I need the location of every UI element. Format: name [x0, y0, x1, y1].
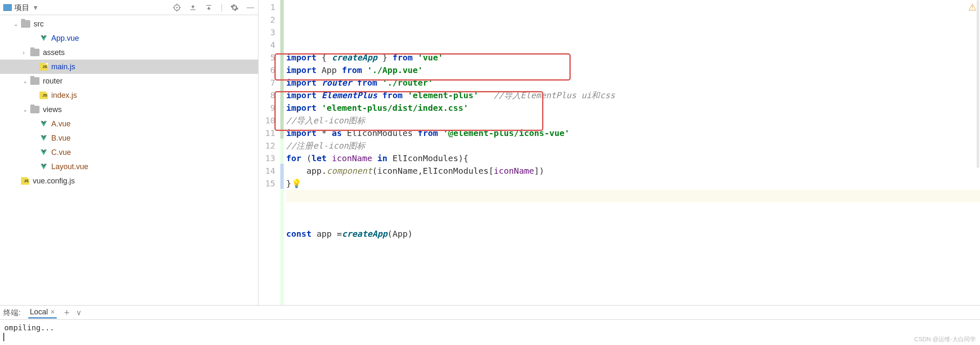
- vue-icon: [40, 163, 48, 170]
- project-title: 项目: [14, 3, 29, 13]
- folder-icon: [21, 20, 30, 28]
- vue-icon: [40, 134, 48, 142]
- tree-item-vue-config-js[interactable]: ·JSvue.config.js: [0, 174, 258, 188]
- tree-item-app-vue[interactable]: ·App.vue: [0, 31, 258, 45]
- tree-item-a-vue[interactable]: ·A.vue: [0, 117, 258, 131]
- tree-item-b-vue[interactable]: ·B.vue: [0, 131, 258, 145]
- code-line-8[interactable]: //注册el-icon图标: [286, 139, 980, 152]
- svg-point-1: [177, 7, 177, 8]
- line-gutter: 123456789101112131415: [258, 0, 280, 305]
- file-tree: ⌄src·App.vue›assets·JSmain.js⌄router·JSi…: [0, 15, 258, 305]
- chevron-down-icon: ▾: [34, 3, 37, 12]
- terminal-tab-label: Local: [30, 308, 48, 316]
- watermark: CSDN @运维-大白同学: [914, 336, 976, 343]
- tree-label: main.js: [51, 63, 75, 71]
- code-line-1[interactable]: import { createApp } from 'vue': [286, 51, 980, 64]
- tree-item-views[interactable]: ⌄views: [0, 102, 258, 117]
- tree-label: views: [43, 105, 62, 114]
- close-icon[interactable]: ×: [50, 308, 55, 316]
- hide-icon[interactable]: —: [246, 3, 255, 12]
- tree-label: B.vue: [51, 134, 71, 143]
- tree-label: vue.config.js: [33, 177, 75, 186]
- terminal-panel: 终端: Local × + ∨ ompiling...: [0, 305, 980, 345]
- code-editor[interactable]: 123456789101112131415 import { createApp…: [258, 0, 980, 305]
- expand-icon[interactable]: [189, 3, 197, 12]
- vue-icon: [40, 34, 48, 42]
- code-line-12[interactable]: [286, 190, 980, 202]
- js-icon: JS: [40, 63, 48, 71]
- add-terminal-button[interactable]: +: [64, 307, 70, 318]
- code-line-13[interactable]: [286, 202, 980, 215]
- code-line-2[interactable]: import App from './App.vue': [286, 64, 980, 76]
- chevron-down-icon[interactable]: ⌄: [23, 78, 30, 84]
- code-content[interactable]: import { createApp } from 'vue'import Ap…: [284, 0, 980, 305]
- folder-icon: [30, 49, 40, 56]
- tree-label: assets: [43, 48, 65, 57]
- code-line-14[interactable]: [286, 215, 980, 227]
- scrollbar[interactable]: [977, 0, 979, 168]
- tree-label: Layout.vue: [51, 162, 88, 171]
- chevron-down-icon[interactable]: ∨: [76, 308, 82, 317]
- tree-label: C.vue: [51, 148, 71, 157]
- project-selector[interactable]: 项目 ▾: [3, 3, 37, 13]
- terminal-tab-local[interactable]: Local ×: [28, 307, 57, 319]
- tree-item-index-js[interactable]: ·JSindex.js: [0, 88, 258, 102]
- collapse-icon[interactable]: [205, 3, 213, 12]
- code-line-11[interactable]: }💡: [286, 177, 980, 190]
- folder-icon: [30, 106, 40, 113]
- code-line-4[interactable]: import ElementPlus from 'element-plus' /…: [286, 89, 980, 102]
- warning-icon[interactable]: ⚠: [968, 2, 977, 13]
- tree-item-assets[interactable]: ›assets: [0, 45, 258, 60]
- gear-icon[interactable]: [230, 3, 239, 12]
- code-line-10[interactable]: app.component(iconName,ElIconModules[ico…: [286, 165, 980, 177]
- chevron-right-icon[interactable]: ›: [23, 49, 30, 56]
- tree-item-router[interactable]: ⌄router: [0, 74, 258, 88]
- code-line-15[interactable]: const app =createApp(App): [286, 227, 980, 240]
- code-line-7[interactable]: import * as ElIconModules from '@element…: [286, 127, 980, 139]
- tree-item-src[interactable]: ⌄src: [0, 17, 258, 31]
- code-line-9[interactable]: for (let iconName in ElIconModules){: [286, 152, 980, 165]
- tree-label: App.vue: [51, 34, 79, 43]
- terminal-tabs: 终端: Local × + ∨: [0, 306, 980, 320]
- tree-label: A.vue: [51, 120, 71, 128]
- js-icon: JS: [40, 91, 48, 99]
- chevron-down-icon[interactable]: ⌄: [13, 21, 21, 27]
- terminal-title: 终端:: [3, 308, 21, 318]
- tree-item-layout-vue[interactable]: ·Layout.vue: [0, 159, 258, 174]
- tree-item-c-vue[interactable]: ·C.vue: [0, 145, 258, 159]
- change-strip: [280, 0, 284, 305]
- code-line-5[interactable]: import 'element-plus/dist/index.css': [286, 102, 980, 114]
- tree-label: src: [34, 20, 44, 29]
- terminal-output[interactable]: ompiling...: [0, 320, 980, 345]
- terminal-text: ompiling...: [4, 323, 54, 332]
- code-line-6[interactable]: //导入el-icon图标: [286, 114, 980, 127]
- folder-icon: [30, 77, 40, 85]
- sidebar-toolbar: 项目 ▾ | —: [0, 0, 258, 15]
- target-icon[interactable]: [173, 3, 181, 12]
- tree-label: index.js: [51, 91, 77, 100]
- sidebar: 项目 ▾ | — ⌄src·App.vue›assets·JSmain.js⌄r…: [0, 0, 258, 305]
- tree-label: router: [43, 77, 63, 86]
- vue-icon: [40, 120, 48, 128]
- chevron-down-icon[interactable]: ⌄: [23, 106, 30, 113]
- project-icon: [3, 4, 12, 11]
- tree-item-main-js[interactable]: ·JSmain.js: [0, 60, 258, 74]
- code-line-3[interactable]: import router from './router': [286, 76, 980, 89]
- js-icon: JS: [21, 177, 29, 185]
- vue-icon: [40, 149, 48, 156]
